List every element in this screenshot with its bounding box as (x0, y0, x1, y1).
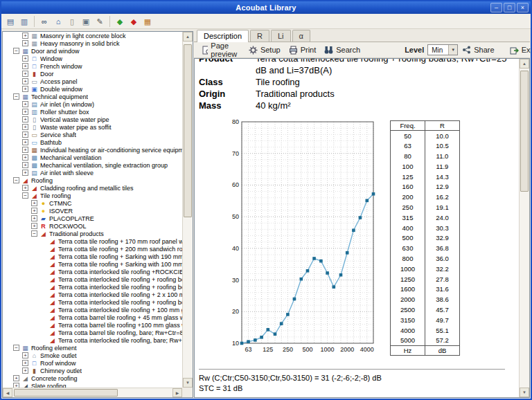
tree-item[interactable]: +▭Access panel (3, 78, 182, 85)
tab-α[interactable]: α (292, 30, 310, 42)
minimize-button[interactable]: – (490, 3, 502, 12)
tree-item[interactable]: +□Window (3, 55, 182, 62)
expand-plus-icon[interactable]: + (22, 109, 28, 115)
tree-item[interactable]: −▦Roofing element (3, 344, 182, 352)
tree-item[interactable]: −▦Technical equipment (3, 93, 182, 100)
tree-item[interactable]: +▤Air inlet (in window) (3, 100, 182, 108)
tree-item[interactable]: −◢Tile roofing (3, 192, 182, 199)
expand-plus-icon[interactable]: + (22, 40, 28, 46)
collapse-minus-icon[interactable]: − (22, 192, 28, 199)
tree-item[interactable]: +▯Vertical waste water pipe (3, 116, 182, 123)
tree-item[interactable]: ◢Terra cotta tile roofing + Sarking with… (3, 260, 182, 268)
tree-item[interactable]: +●ISOVER (3, 207, 182, 215)
tree-item[interactable]: +RROCKWOOL (3, 222, 182, 230)
expand-plus-icon[interactable]: + (22, 131, 28, 138)
expand-plus-icon[interactable]: + (22, 360, 28, 366)
expand-plus-icon[interactable]: + (22, 367, 28, 374)
close-button[interactable]: × (517, 3, 529, 12)
expand-plus-icon[interactable]: + (22, 55, 28, 62)
expand-plus-icon[interactable]: + (22, 162, 28, 168)
expand-plus-icon[interactable]: + (31, 208, 37, 214)
collapse-minus-icon[interactable]: − (13, 48, 19, 54)
page-preview-button[interactable]: Page preview (198, 40, 245, 60)
maximize-button[interactable]: □ (504, 3, 515, 12)
collapse-minus-icon[interactable]: − (13, 93, 19, 100)
tree-item[interactable]: ◢Terra cotta tile roofing + Sarking with… (3, 253, 182, 260)
tree-item[interactable]: +●CTMNC (3, 199, 182, 207)
print-button[interactable]: Print (285, 44, 321, 56)
expand-plus-icon[interactable]: + (22, 124, 28, 130)
tree-vertical-scrollbar[interactable]: ▲ ▼ (182, 32, 193, 388)
search-button[interactable]: Search (320, 44, 364, 56)
red-diamond-icon[interactable]: ◆ (127, 15, 140, 28)
tree-item[interactable]: ◢Terra cotta tile roofing + 200 mm sandw… (3, 245, 182, 253)
scroll-down-icon[interactable]: ▼ (183, 378, 193, 388)
tree-item[interactable]: +▣Double window (3, 85, 182, 93)
new-document-icon[interactable]: ▯ (66, 15, 78, 28)
titlebar[interactable]: Acoubat Library – □ × (1, 1, 531, 14)
tree-item[interactable]: +◢Cladding roofing and metallic tiles (3, 184, 182, 192)
tree-horizontal-scrollbar[interactable]: ◀ ▶ (3, 388, 182, 397)
tree-item[interactable]: −◢Traditional products (3, 230, 182, 237)
document-scroll-thumb[interactable] (520, 71, 529, 192)
tree-item[interactable]: +▮Door (3, 70, 182, 78)
export-button[interactable]: Export ▼ (506, 44, 532, 56)
binoculars-icon[interactable]: ∞ (38, 15, 51, 28)
arrange-horizontal-icon[interactable]: ▤ (4, 15, 17, 28)
tree-item[interactable]: +◢Concrete roofing (3, 374, 182, 382)
tree-item[interactable]: +▭Bathtub (3, 138, 182, 146)
tree-item[interactable]: ◢Terra cotta barrel tile roofing +100 mm… (3, 321, 182, 329)
expand-plus-icon[interactable]: + (22, 33, 28, 39)
tree-item[interactable]: +▭Service shaft (3, 131, 182, 138)
tree-item[interactable]: ◢Terra cotta interlocked tile roofing + … (3, 275, 182, 283)
tree-item[interactable]: +▮Chimney outlet (3, 367, 182, 374)
scroll-left-icon[interactable]: ◀ (3, 388, 12, 397)
expand-plus-icon[interactable]: + (31, 215, 37, 221)
level-dropdown[interactable]: Min ▼ (427, 44, 458, 55)
tree-item[interactable]: +⌂Smoke outlet (3, 352, 182, 359)
expand-plus-icon[interactable]: + (22, 170, 28, 176)
collapse-minus-icon[interactable]: − (31, 230, 37, 237)
tree-item[interactable]: ◢Terra cotta tile roofing + 170 mm roof … (3, 237, 182, 245)
expand-plus-icon[interactable]: + (22, 86, 28, 92)
tree-item[interactable]: +▦Individual heating or air-conditioning… (3, 146, 182, 154)
expand-plus-icon[interactable]: + (22, 139, 28, 145)
expand-plus-icon[interactable]: + (22, 147, 28, 153)
expand-plus-icon[interactable]: + (13, 383, 19, 388)
expand-plus-icon[interactable]: + (22, 352, 28, 358)
tree-item[interactable]: +▯Waste water pipe as soffit (3, 123, 182, 131)
tree-item[interactable]: ◢Terra cotta barrel tile roofing + 45 mm… (3, 313, 182, 321)
expand-plus-icon[interactable]: + (31, 200, 37, 206)
tree-item[interactable]: −◢Roofing (3, 176, 182, 184)
green-diamond-icon[interactable]: ◆ (114, 15, 126, 28)
tree-item[interactable]: +▦Heavy masonry in solid brick (3, 39, 182, 47)
scroll-up-icon[interactable]: ▲ (183, 32, 193, 42)
collapse-minus-icon[interactable]: − (13, 345, 19, 351)
tree-item[interactable]: ◢Terra cotta interlocked tile roofing + … (3, 283, 182, 291)
expand-plus-icon[interactable]: + (22, 63, 28, 69)
scroll-up-icon[interactable]: ▲ (520, 59, 529, 69)
share-button[interactable]: Share (458, 44, 498, 55)
expand-plus-icon[interactable]: + (22, 154, 28, 161)
tree-item[interactable]: +□French window (3, 62, 182, 70)
documents-icon[interactable]: ▣ (80, 15, 92, 28)
tree-item[interactable]: ◢Terra cotta interlocked tile roofing + … (3, 298, 182, 306)
expand-plus-icon[interactable]: + (22, 185, 28, 191)
materials-icon[interactable]: ▦ (141, 15, 154, 28)
tab-description[interactable]: Description (197, 30, 249, 42)
tree-item[interactable]: −▦Door and window (3, 47, 182, 55)
tree-item[interactable]: +◢Slate roofing (3, 382, 182, 388)
tree-item[interactable]: ◢Terra cotta interlocked tile roofing + … (3, 306, 182, 313)
tree-item[interactable]: ◢Terra cotta interlocked tile roofing +R… (3, 268, 182, 275)
arrange-vertical-icon[interactable]: ▥ (18, 15, 30, 28)
expand-plus-icon[interactable]: + (22, 116, 28, 122)
library-home-icon[interactable]: ⌂ (52, 15, 64, 28)
tree-item[interactable]: +▥Roller shutter box (3, 108, 182, 116)
tree-item[interactable]: ◢Terra cotta interlocked tile roofing + … (3, 291, 182, 298)
tab-r[interactable]: R (250, 30, 269, 42)
expand-plus-icon[interactable]: + (13, 375, 19, 381)
collapse-minus-icon[interactable]: − (13, 177, 19, 183)
tree-scroll-thumb[interactable] (184, 44, 192, 217)
tree-item[interactable]: +▩Mechanical ventilation (3, 154, 182, 161)
scroll-right-icon[interactable]: ▶ (172, 388, 182, 397)
